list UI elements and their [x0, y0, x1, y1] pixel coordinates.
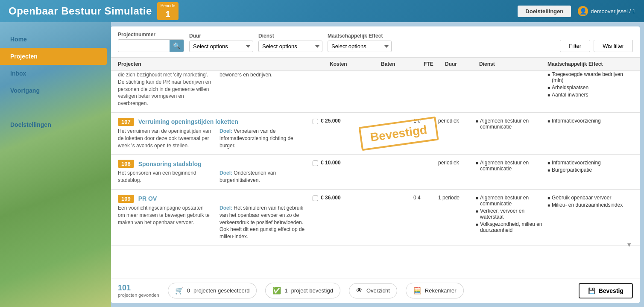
project-107-checkbox[interactable] — [313, 119, 318, 124]
rekenkamer-label: Rekenkamer — [425, 287, 457, 294]
cart-icon: 🛒 — [175, 287, 184, 295]
filter-bar: Projectnummer 🔍 Duur Select options Dien… — [111, 26, 640, 58]
geselecteerd-button[interactable]: 🛒 0 projecten geselecteerd — [168, 283, 257, 298]
maatschappelijk-label: Maatschappelijk Effect — [328, 33, 392, 39]
header-right: Doelstellingen 👤 demooverijssel / 1 — [518, 6, 635, 17]
projectnummer-input[interactable] — [118, 41, 170, 51]
eye-icon: 👁 — [356, 287, 363, 295]
project-107-title[interactable]: Verruiming openingstijden loketten — [138, 118, 238, 125]
filter-actions: Filter Wis filter — [560, 40, 633, 52]
maatschappelijk-select[interactable]: Select options — [328, 41, 392, 52]
col-dienst: Dienst — [479, 61, 547, 67]
sidebar-item-doelstellingen[interactable]: Doelstellingen — [0, 116, 111, 133]
projects-count-label: projecten gevonden — [118, 292, 159, 298]
project-109-title[interactable]: PR OV — [138, 195, 157, 202]
project-108-dienst: ■Algemeen bestuur en communicatie — [476, 160, 544, 173]
check-icon: ✅ — [272, 287, 281, 295]
col-baten: Baten — [381, 61, 424, 67]
header: Openbaar Bestuur Simulatie Periode 1 Doe… — [0, 0, 644, 22]
duur-label: Duur — [189, 33, 253, 39]
geselecteerd-count: 0 — [187, 287, 190, 294]
project-row-108[interactable]: 108 Sponsoring stadsblog Het sponsoren v… — [111, 155, 640, 190]
dienst-filter-group: Dienst Select options — [258, 33, 322, 52]
projectnummer-filter-group: Projectnummer 🔍 — [118, 32, 184, 52]
periode-label: Periode — [161, 3, 175, 8]
dienst-select[interactable]: Select options — [258, 41, 322, 52]
rekenkamer-button[interactable]: 🧮 Rekenkamer — [406, 283, 464, 298]
project-108-title[interactable]: Sponsoring stadsblog — [138, 161, 202, 167]
project-row-107[interactable]: 107 Verruiming openingstijden loketten H… — [111, 113, 640, 155]
project-109-maat: ■Gebruik openbaar vervoer ■Milieu- en du… — [547, 195, 633, 209]
periode-badge: Periode 1 — [157, 2, 179, 20]
dienst-label: Dienst — [258, 33, 322, 39]
sidebar-item-home[interactable]: Home — [0, 31, 111, 48]
project-108-num: 108 — [118, 160, 134, 168]
sidebar-item-projecten[interactable]: Projecten — [0, 48, 107, 65]
project-107-num: 107 — [118, 118, 134, 126]
bevestigd-label: project bevestigd — [291, 287, 333, 294]
project-107-doel: Doel: Verbeteren van de informatievoorzi… — [220, 128, 309, 149]
main-container: Home Projecten Inbox Voortgang Doelstell… — [0, 22, 644, 307]
projectnummer-input-wrap: 🔍 — [118, 39, 184, 52]
project-108-duur: periodiek — [438, 160, 472, 166]
sidebar-item-voortgang[interactable]: Voortgang — [0, 82, 111, 99]
project-109-duur: 1 periode — [438, 195, 472, 201]
user-icon: 👤 — [578, 6, 588, 16]
save-icon: 💾 — [588, 287, 595, 294]
project-108-checkbox[interactable] — [313, 161, 318, 166]
overzicht-label: Overzicht — [366, 287, 390, 294]
project-109-main: 109 PR OV Een voorlichtingscampagne opst… — [118, 195, 309, 240]
periode-number: 1 — [161, 9, 175, 19]
project-109-dienst: ■Algemeen bestuur en communicatie ■Verke… — [476, 195, 544, 234]
table-header: Projecten Kosten Baten FTE Duur Dienst M… — [111, 58, 640, 71]
user-info: 👤 demooverijssel / 1 — [578, 6, 635, 16]
project-107-duur: periodiek — [438, 118, 472, 124]
project-109-doel: Doel: Het stimuleren van het gebruik van… — [220, 205, 309, 240]
overzicht-button[interactable]: 👁 Overzicht — [349, 283, 397, 298]
col-duur: Duur — [445, 61, 479, 67]
projects-list: die zich bezighoudt met 'city marketing'… — [111, 71, 640, 264]
project-109-fte: 0,4 — [413, 195, 435, 201]
project-107-main: 107 Verruiming openingstijden loketten H… — [118, 118, 309, 149]
bevestig-label: Bevestig — [599, 287, 624, 294]
project-108-main: 108 Sponsoring stadsblog Het sponsoren v… — [118, 160, 309, 184]
project-108-desc: Het sponsoren van een beginnend stadsblo… — [118, 170, 212, 184]
col-projecten: Projecten — [118, 61, 330, 67]
project-109-kosten: € 36.000 — [313, 195, 364, 201]
project-109-desc: Een voorlichtingscampagne opstarten om m… — [118, 205, 212, 240]
project-108-kosten: € 10.000 — [313, 160, 364, 166]
content-area: Projectnummer 🔍 Duur Select options Dien… — [111, 26, 640, 303]
projects-count: 101 projecten gevonden — [118, 284, 159, 298]
project-109-checkbox[interactable] — [313, 196, 318, 201]
col-maatschappelijk: Maatschappelijk Effect — [547, 61, 633, 67]
app-title: Openbaar Bestuur Simulatie — [9, 5, 152, 17]
maatschappelijk-filter-group: Maatschappelijk Effect Select options — [328, 33, 392, 52]
projects-count-num: 101 — [118, 284, 159, 292]
col-kosten: Kosten — [330, 61, 381, 67]
project-107-dienst: ■Algemeen bestuur en communicatie — [476, 118, 544, 131]
bottom-bar: 101 projecten gevonden 🛒 0 projecten ges… — [111, 278, 640, 303]
bevestig-button[interactable]: 💾 Bevestig — [579, 283, 633, 298]
project-row-109[interactable]: 109 PR OV Een voorlichtingscampagne opst… — [111, 190, 640, 246]
scroll-down-arrow[interactable]: ▼ — [111, 241, 636, 248]
filter-button[interactable]: Filter — [560, 40, 590, 52]
project-107-desc: Het verruimen van de openingstijden van … — [118, 128, 212, 149]
sidebar-item-inbox[interactable]: Inbox — [0, 65, 111, 82]
user-name: demooverijssel / 1 — [591, 8, 635, 15]
partial-desc: die zich bezighoudt met 'city marketing'… — [118, 71, 309, 107]
partial-row: die zich bezighoudt met 'city marketing'… — [111, 71, 640, 113]
search-button[interactable]: 🔍 — [170, 40, 184, 52]
bevestigd-button[interactable]: ✅ 1 project bevestigd — [265, 283, 340, 298]
duur-select[interactable]: Select options — [189, 41, 253, 52]
doelstellingen-header-button[interactable]: Doelstellingen — [518, 6, 571, 17]
wis-filter-button[interactable]: Wis filter — [594, 40, 633, 52]
sidebar: Home Projecten Inbox Voortgang Doelstell… — [0, 22, 111, 307]
project-107-maat: ■Informatievoorziening — [547, 118, 633, 125]
project-109-num: 109 — [118, 195, 134, 203]
project-107-kosten: € 25.000 — [313, 118, 364, 124]
project-108-maat: ■Informatievoorziening ■Burgerparticipat… — [547, 160, 633, 174]
project-108-doel: Doel: Ondersteunen van burgerinitiatieve… — [220, 170, 309, 184]
projectnummer-label: Projectnummer — [118, 32, 184, 38]
bevestigd-count: 1 — [284, 287, 287, 294]
col-fte: FTE — [424, 61, 445, 67]
